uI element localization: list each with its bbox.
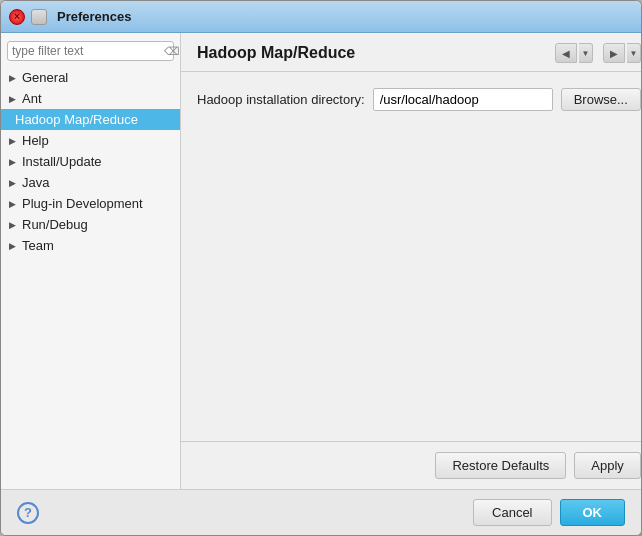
content-panel: Hadoop Map/Reduce ◀ ▼ ▶ ▼ Hadoop install…	[181, 33, 641, 489]
sidebar: ⌫ ▶ General ▶ Ant Hadoop Map/Reduce ▶ He…	[1, 33, 181, 489]
close-button[interactable]: ×	[9, 9, 25, 25]
titlebar: × Preferences	[1, 1, 641, 33]
content-header: Hadoop Map/Reduce ◀ ▼ ▶ ▼	[181, 33, 641, 72]
content-body: Hadoop installation directory: Browse...	[181, 72, 641, 441]
filter-box: ⌫	[7, 41, 174, 61]
filter-clear-icon[interactable]: ⌫	[162, 45, 182, 58]
back-dropdown[interactable]: ▼	[579, 43, 593, 63]
forward-button[interactable]: ▶	[603, 43, 625, 63]
main-content: ⌫ ▶ General ▶ Ant Hadoop Map/Reduce ▶ He…	[1, 33, 641, 489]
nav-controls: ◀ ▼ ▶ ▼	[555, 43, 641, 63]
installation-dir-row: Hadoop installation directory: Browse...	[197, 88, 641, 111]
sidebar-item-general[interactable]: ▶ General	[1, 67, 180, 88]
sidebar-item-hadoop[interactable]: Hadoop Map/Reduce	[1, 109, 180, 130]
sidebar-label-help: Help	[22, 133, 49, 148]
arrow-icon-run: ▶	[9, 220, 16, 230]
sidebar-item-plugin[interactable]: ▶ Plug-in Development	[1, 193, 180, 214]
arrow-icon-java: ▶	[9, 178, 16, 188]
arrow-icon-general: ▶	[9, 73, 16, 83]
sidebar-label-ant: Ant	[22, 91, 42, 106]
arrow-icon-help: ▶	[9, 136, 16, 146]
sidebar-label-plugin: Plug-in Development	[22, 196, 143, 211]
apply-button[interactable]: Apply	[574, 452, 641, 479]
sidebar-item-run-debug[interactable]: ▶ Run/Debug	[1, 214, 180, 235]
sidebar-label-install: Install/Update	[22, 154, 102, 169]
arrow-icon-team: ▶	[9, 241, 16, 251]
browse-button[interactable]: Browse...	[561, 88, 641, 111]
forward-dropdown[interactable]: ▼	[627, 43, 641, 63]
minimize-button[interactable]	[31, 9, 47, 25]
field-label: Hadoop installation directory:	[197, 92, 365, 107]
arrow-icon-plugin: ▶	[9, 199, 16, 209]
dialog-title: Preferences	[57, 9, 131, 24]
preferences-dialog: × Preferences ⌫ ▶ General ▶ Ant Hadoop M…	[0, 0, 642, 536]
installation-dir-input[interactable]	[373, 88, 553, 111]
sidebar-label-run: Run/Debug	[22, 217, 88, 232]
dialog-footer: ? Cancel OK	[1, 489, 641, 535]
sidebar-item-java[interactable]: ▶ Java	[1, 172, 180, 193]
ok-button[interactable]: OK	[560, 499, 626, 526]
sidebar-label-java: Java	[22, 175, 49, 190]
arrow-icon-install: ▶	[9, 157, 16, 167]
back-button[interactable]: ◀	[555, 43, 577, 63]
dialog-actions: Cancel OK	[473, 499, 625, 526]
sidebar-label-general: General	[22, 70, 68, 85]
sidebar-item-team[interactable]: ▶ Team	[1, 235, 180, 256]
sidebar-item-help[interactable]: ▶ Help	[1, 130, 180, 151]
content-title: Hadoop Map/Reduce	[197, 44, 355, 62]
sidebar-item-install-update[interactable]: ▶ Install/Update	[1, 151, 180, 172]
arrow-icon-ant: ▶	[9, 94, 16, 104]
cancel-button[interactable]: Cancel	[473, 499, 551, 526]
help-button[interactable]: ?	[17, 502, 39, 524]
sidebar-item-ant[interactable]: ▶ Ant	[1, 88, 180, 109]
content-footer: Restore Defaults Apply	[181, 441, 641, 489]
restore-defaults-button[interactable]: Restore Defaults	[435, 452, 566, 479]
sidebar-label-hadoop: Hadoop Map/Reduce	[15, 112, 138, 127]
sidebar-label-team: Team	[22, 238, 54, 253]
filter-input[interactable]	[12, 44, 162, 58]
